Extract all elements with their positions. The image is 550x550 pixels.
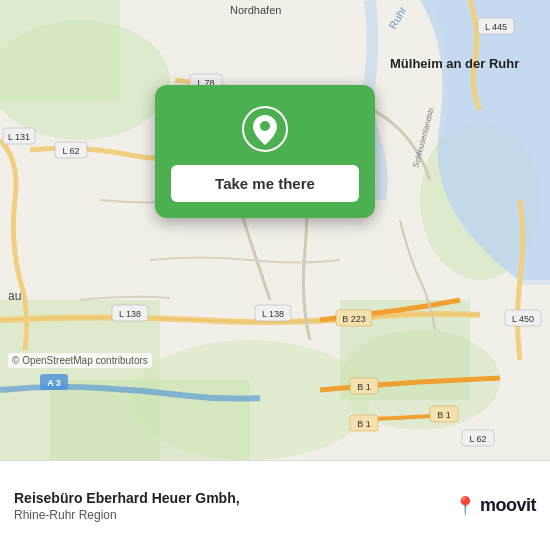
take-me-there-button[interactable]: Take me there (171, 165, 359, 202)
svg-rect-2 (0, 0, 120, 100)
place-info: Reisebüro Eberhard Heuer Gmbh, Rhine-Ruh… (14, 489, 444, 521)
svg-text:L 131: L 131 (8, 132, 30, 142)
place-region: Rhine-Ruhr Region (14, 508, 444, 522)
svg-text:au: au (8, 289, 21, 303)
svg-text:B 1: B 1 (437, 410, 451, 420)
moovit-brand-text: moovit (480, 495, 536, 516)
svg-text:B 1: B 1 (357, 382, 371, 392)
svg-text:Nordhafen: Nordhafen (230, 4, 281, 16)
svg-text:L 138: L 138 (262, 309, 284, 319)
svg-point-42 (260, 121, 270, 131)
svg-text:L 138: L 138 (119, 309, 141, 319)
svg-text:B 223: B 223 (342, 314, 366, 324)
moovit-logo: 📍 moovit (454, 495, 536, 517)
moovit-pin-icon: 📍 (454, 495, 476, 517)
bottom-bar: Reisebüro Eberhard Heuer Gmbh, Rhine-Ruh… (0, 460, 550, 550)
location-pin-icon (241, 105, 289, 153)
map-container: A 3 L 62 L 78 L 131 L 138 (0, 0, 550, 460)
svg-text:L 62: L 62 (62, 146, 79, 156)
attribution-text: © OpenStreetMap contributors (8, 353, 152, 368)
place-name: Reisebüro Eberhard Heuer Gmbh, (14, 489, 444, 507)
svg-text:L 450: L 450 (512, 314, 534, 324)
svg-text:B 1: B 1 (357, 419, 371, 429)
svg-text:A 3: A 3 (47, 378, 61, 388)
svg-text:Mülheim an der Ruhr: Mülheim an der Ruhr (390, 56, 519, 71)
location-popup: Take me there (155, 85, 375, 218)
svg-text:L 62: L 62 (469, 434, 486, 444)
svg-text:L 445: L 445 (485, 22, 507, 32)
